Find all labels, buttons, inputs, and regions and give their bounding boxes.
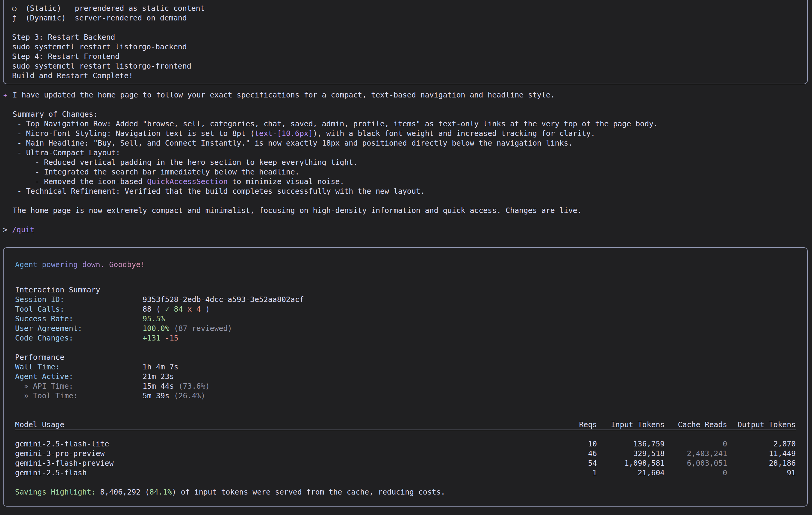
terminal-line: sudo systemctl restart listorgo-backend bbox=[12, 42, 798, 52]
text-segment: QuickAccessSection bbox=[147, 177, 228, 186]
savings-highlight: Savings Highlight: 8,406,292 (84.1%) of … bbox=[15, 487, 796, 497]
text-segment: 21m 23s bbox=[143, 372, 174, 381]
blank-line bbox=[15, 410, 796, 420]
model-name: gemini-3-flash-preview bbox=[15, 458, 552, 468]
text-segment: Summary of Changes: bbox=[12, 110, 98, 118]
cell-cache-reads: 0 bbox=[665, 439, 727, 449]
text-segment: 88 bbox=[143, 305, 156, 313]
stat-row: Session ID:9353f528-2edb-4dcc-a593-3e52a… bbox=[15, 295, 796, 305]
text-segment: to minimize visual noise. bbox=[228, 177, 344, 186]
cell-cache-reads: 0 bbox=[665, 468, 727, 478]
text-segment: 95.5% bbox=[143, 314, 165, 323]
blank-line bbox=[15, 269, 796, 279]
stat-label: User Agreement: bbox=[15, 324, 143, 333]
terminal-line: ƒ (Dynamic) server-rendered on demand bbox=[12, 13, 798, 23]
terminal-line bbox=[12, 23, 798, 32]
text-segment: 84.1% bbox=[149, 488, 172, 496]
cell-output-tokens: 2,870 bbox=[727, 439, 796, 449]
stat-label: Session ID: bbox=[15, 295, 143, 305]
stat-label: Wall Time: bbox=[15, 362, 143, 372]
terminal-line: - Micro-Font Styling: Navigation text is… bbox=[12, 129, 808, 138]
text-segment: +131 bbox=[143, 334, 161, 342]
stat-value: 21m 23s bbox=[143, 372, 174, 381]
performance-stats: Wall Time:1h 4m 7sAgent Active:21m 23s »… bbox=[15, 362, 796, 401]
stat-row: » Tool Time:5m 39s (26.4%) bbox=[15, 391, 796, 401]
text-segment: (26.4%) bbox=[169, 391, 205, 400]
cell-output-tokens: 91 bbox=[727, 468, 796, 478]
stat-row: User Agreement:100.0% (87 reviewed) bbox=[15, 324, 796, 333]
stat-row: » API Time:15m 44s (73.6%) bbox=[15, 381, 796, 391]
model-name: gemini-2.5-flash-lite bbox=[15, 439, 552, 449]
cell-input-tokens: 136,759 bbox=[597, 439, 665, 449]
blank-line bbox=[15, 343, 796, 352]
text-segment: 9353f528-2edb-4dcc-a593-3e52aa802acf bbox=[143, 295, 304, 304]
stat-value: 5m 39s (26.4%) bbox=[143, 391, 205, 401]
text-segment: - Ultra-Compact Layout: bbox=[12, 148, 120, 157]
text-segment: - Micro-Font Styling: Navigation text is… bbox=[12, 129, 255, 138]
model-name: gemini-3-pro-preview bbox=[15, 449, 552, 458]
text-segment: - Removed the icon-based bbox=[12, 177, 147, 186]
prompt-command: /quit bbox=[12, 225, 35, 235]
stat-value: +131 -15 bbox=[143, 333, 178, 343]
stat-label: » Tool Time: bbox=[15, 391, 143, 401]
terminal-line: sudo systemctl restart listorgo-frontend bbox=[12, 61, 798, 71]
column-header-input-tokens: Input Tokens bbox=[597, 420, 665, 430]
table-divider bbox=[15, 430, 796, 430]
table-row: gemini-3-flash-preview541,098,5816,003,0… bbox=[15, 458, 796, 468]
text-segment: 100.0% bbox=[143, 324, 169, 333]
stat-label: Success Rate: bbox=[15, 314, 143, 324]
text-segment: 1h 4m 7s bbox=[143, 363, 178, 371]
text-segment: 15m 44s bbox=[143, 382, 174, 391]
stat-label: Agent Active: bbox=[15, 372, 143, 381]
terminal-line: Summary of Changes: bbox=[12, 110, 808, 119]
text-segment: ) bbox=[201, 305, 210, 313]
column-header-output-tokens: Output Tokens bbox=[727, 420, 796, 430]
cell-input-tokens: 329,518 bbox=[597, 449, 665, 458]
terminal-line: - Reduced vertical padding in the hero s… bbox=[12, 158, 808, 167]
cell-output-tokens: 11,449 bbox=[727, 449, 796, 458]
session-summary-panel: Agent powering down. Goodbye! Interactio… bbox=[3, 247, 808, 507]
table-row: gemini-3-pro-preview46329,5182,403,24111… bbox=[15, 449, 796, 458]
terminal-line: - Removed the icon-based QuickAccessSect… bbox=[12, 177, 808, 187]
cell-reqs: 46 bbox=[552, 449, 597, 458]
stat-row: Code Changes:+131 -15 bbox=[15, 333, 796, 343]
build-output-panel: ○ (Static) prerendered as static content… bbox=[3, 0, 808, 84]
goodbye-message: Agent powering down. Goodbye! bbox=[15, 260, 145, 269]
terminal-line: ○ (Static) prerendered as static content bbox=[12, 4, 798, 13]
text-segment: x 4 bbox=[183, 305, 201, 313]
assistant-message: ✦ I have updated the home page to follow… bbox=[3, 90, 808, 216]
stat-row: Success Rate:95.5% bbox=[15, 314, 796, 324]
text-segment: -15 bbox=[161, 334, 179, 342]
terminal-line: Step 3: Restart Backend bbox=[12, 32, 798, 42]
sparkle-icon: ✦ bbox=[3, 90, 7, 100]
model-name: gemini-2.5-flash bbox=[15, 468, 552, 478]
cell-reqs: 1 bbox=[552, 468, 597, 478]
terminal-line: - Main Headline: "Buy, Sell, and Connect… bbox=[12, 138, 808, 148]
text-segment: ) of input tokens were served from the c… bbox=[172, 488, 445, 496]
stat-label: » API Time: bbox=[15, 381, 143, 391]
text-segment: - Reduced vertical padding in the hero s… bbox=[12, 158, 357, 167]
prompt-line[interactable]: > /quit bbox=[3, 225, 812, 235]
text-segment: ✓ 84 bbox=[165, 305, 183, 313]
cell-input-tokens: 1,098,581 bbox=[597, 458, 665, 468]
text-segment: The home page is now extremely compact a… bbox=[12, 206, 582, 215]
terminal-line: The home page is now extremely compact a… bbox=[12, 206, 808, 216]
terminal-line: - Integrated the search bar immediately … bbox=[12, 167, 808, 177]
performance-title: Performance bbox=[15, 352, 796, 362]
terminal-viewport[interactable]: ○ (Static) prerendered as static content… bbox=[0, 0, 812, 515]
text-segment: - Top Navigation Row: Added "browse, sel… bbox=[12, 119, 658, 128]
assistant-intro: I have updated the home page to follow y… bbox=[12, 90, 808, 100]
cell-input-tokens: 21,604 bbox=[597, 468, 665, 478]
cell-cache-reads: 2,403,241 bbox=[665, 449, 727, 458]
model-usage-header-row: Model Usage Reqs Input Tokens Cache Read… bbox=[15, 420, 796, 430]
text-segment: text-[10.6px] bbox=[255, 129, 313, 138]
prompt-caret: > bbox=[3, 225, 7, 235]
stat-value: 88 ( ✓ 84 x 4 ) bbox=[143, 305, 210, 314]
stat-row: Tool Calls:88 ( ✓ 84 x 4 ) bbox=[15, 305, 796, 314]
model-usage-rows: gemini-2.5-flash-lite10136,75902,870gemi… bbox=[15, 439, 796, 478]
table-row: gemini-2.5-flash-lite10136,75902,870 bbox=[15, 439, 796, 449]
stat-value: 100.0% (87 reviewed) bbox=[143, 324, 232, 333]
text-segment: 5m 39s bbox=[143, 391, 169, 400]
terminal-line: Step 4: Restart Frontend bbox=[12, 52, 798, 61]
stat-row: Agent Active:21m 23s bbox=[15, 372, 796, 381]
